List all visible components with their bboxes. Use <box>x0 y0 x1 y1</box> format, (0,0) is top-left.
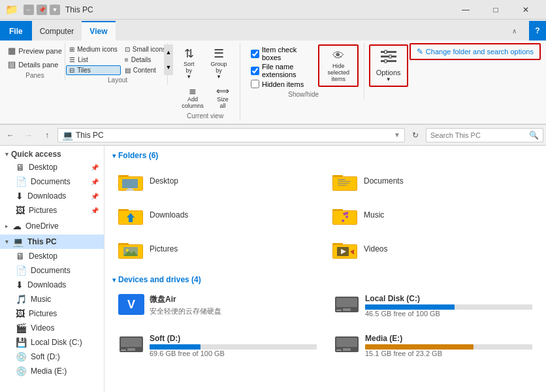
folder-item-documents[interactable]: Documents <box>327 165 538 197</box>
medium-icons-btn[interactable]: ⊞ Medium icons <box>66 44 121 54</box>
sidebar-item-thispc[interactable]: ▾ 💻 This PC <box>0 235 104 249</box>
folder-item-desktop[interactable]: Desktop <box>112 165 324 197</box>
search-box[interactable]: 🔍 <box>426 128 543 142</box>
tab-computer[interactable]: Computer <box>32 21 82 41</box>
svg-rect-10 <box>127 188 133 189</box>
tab-file[interactable]: File <box>0 21 32 41</box>
media-e-icon: 💿 <box>16 366 27 376</box>
preview-icon: ▦ <box>8 46 16 56</box>
address-bar[interactable]: 💻 This PC ▼ <box>57 128 405 142</box>
sidebar-item-localdisk-c[interactable]: 💾 Local Disk (C:) <box>10 335 104 350</box>
pin-icon[interactable]: 📌 <box>37 5 47 15</box>
sidebar-item-thispc-music[interactable]: 🎵 Music <box>10 292 104 306</box>
details-pane-button[interactable]: ▤ Details pane <box>5 58 65 71</box>
videos-folder-icon <box>332 238 359 260</box>
size-columns-button[interactable]: ⟺ Size all <box>211 84 234 111</box>
sidebar-item-pictures[interactable]: 🖼 Pictures 📌 <box>10 203 104 218</box>
quick-access-items: 🖥 Desktop 📌 📄 Documents 📌 ⬇ Downloads 📌 … <box>10 160 104 218</box>
ribbon-group-current-view: ⇅ Sort by ▼ ☰ Group by ▼ ≣ Add columns <box>170 43 240 121</box>
sidebar-item-desktop[interactable]: 🖥 Desktop 📌 <box>10 160 104 174</box>
svg-rect-11 <box>126 189 134 191</box>
tiles-icon: ⊟ <box>69 67 74 74</box>
sidebar-item-thispc-documents[interactable]: 📄 Documents <box>10 263 104 278</box>
quick-access-icon[interactable]: ← <box>24 5 34 15</box>
list-btn[interactable]: ☰ List <box>66 55 121 65</box>
sidebar-item-media-e[interactable]: 💿 Media (E:) <box>10 364 104 378</box>
quick-access-header[interactable]: ▾ Quick access <box>0 148 104 160</box>
device-item-soft-d[interactable]: Soft (D:) 69.6 GB free of 100 GB <box>112 329 323 364</box>
details-icon: ▤ <box>8 59 16 69</box>
folders-section-header[interactable]: Folders (6) <box>112 151 538 160</box>
sidebar-item-thispc-videos[interactable]: 🎬 Videos <box>10 321 104 335</box>
help-button[interactable]: ? <box>529 21 546 41</box>
hidden-items-input[interactable] <box>251 80 259 88</box>
sidebar-item-onedrive[interactable]: ▸ ☁ OneDrive <box>0 219 104 233</box>
minimize-button[interactable]: — <box>451 0 481 20</box>
columns-icon: ≣ <box>189 86 197 96</box>
address-dropdown-icon[interactable]: ▼ <box>394 131 400 139</box>
ribbon-collapse-btn[interactable]: ∧ <box>499 21 529 41</box>
sidebar-item-thispc-pictures[interactable]: 🖼 Pictures <box>10 306 104 321</box>
svg-rect-16 <box>338 181 351 182</box>
add-columns-button[interactable]: ≣ Add columns <box>176 84 210 111</box>
show-hide-label: Show/hide <box>288 91 319 98</box>
maximize-button[interactable]: □ <box>481 0 511 20</box>
sidebar-item-downloads[interactable]: ⬇ Downloads 📌 <box>10 189 104 203</box>
close-button[interactable]: ✕ <box>511 0 541 20</box>
sidebar-item-thispc-desktop[interactable]: 🖥 Desktop <box>10 249 104 263</box>
documents-folder-icon <box>332 170 359 192</box>
panes-group-label: Panes <box>25 72 44 79</box>
local-c-progress-bar <box>365 304 532 310</box>
media-e-drive-icon <box>334 334 360 355</box>
svg-rect-49 <box>336 350 342 351</box>
title-bar-quick-icons: 📁 ← 📌 ▼ <box>5 3 60 16</box>
window-title: This PC <box>65 5 451 14</box>
layout-buttons: ⊞ Medium icons ⊡ Small icons ☰ List ≡ De… <box>66 44 169 75</box>
small-icons-btn[interactable]: ⊡ Small icons <box>121 44 169 54</box>
svg-rect-9 <box>122 179 138 188</box>
refresh-button[interactable]: ↻ <box>408 127 423 143</box>
up-button[interactable]: ↑ <box>39 127 55 143</box>
onedrive-icon: ☁ <box>12 221 22 231</box>
group-by-button[interactable]: ☰ Group by ▼ <box>203 44 234 82</box>
forward-button[interactable]: → <box>21 127 37 143</box>
folder-item-pictures[interactable]: Pictures <box>112 233 324 265</box>
device-item-media-e[interactable]: Media (E:) 15.1 GB free of 23.2 GB <box>328 329 538 364</box>
down-icon[interactable]: ▼ <box>50 5 60 15</box>
file-extensions-toggle[interactable]: File name extensions <box>251 63 313 78</box>
back-button[interactable]: ← <box>3 127 18 143</box>
pictures-folder-icon <box>118 238 144 260</box>
item-checkboxes-input[interactable] <box>251 50 259 58</box>
folder-item-videos[interactable]: Videos <box>327 233 538 265</box>
folder-item-music[interactable]: Music <box>327 199 538 231</box>
device-item-local-c[interactable]: Local Disk (C:) 46.5 GB free of 100 GB <box>328 289 538 324</box>
devices-section-header[interactable]: Devices and drives (4) <box>112 275 538 284</box>
hide-selected-items-button[interactable]: 👁 Hide selecteditems <box>321 47 356 84</box>
soft-d-info: Soft (D:) 69.6 GB free of 100 GB <box>150 334 317 359</box>
media-e-progress-fill <box>365 344 474 350</box>
content-btn[interactable]: ▤ Content <box>121 65 169 75</box>
svg-rect-48 <box>343 348 351 351</box>
tab-view[interactable]: View <box>82 21 115 41</box>
svg-rect-44 <box>127 348 135 351</box>
change-folder-options-button[interactable]: ✎ Change folder and search options <box>413 46 537 57</box>
details-btn[interactable]: ≡ Details <box>121 55 169 65</box>
panes-buttons: ▦ Preview pane ▤ Details pane <box>5 44 65 71</box>
options-button[interactable]: Options ▼ <box>372 47 406 84</box>
details-view-icon: ≡ <box>125 56 129 63</box>
sort-by-button[interactable]: ⇅ Sort by ▼ <box>176 44 202 82</box>
file-extensions-input[interactable] <box>251 67 259 75</box>
folder-options-icon: ✎ <box>417 47 423 56</box>
device-item-vdisk[interactable]: V 微盘Air 安全轻便的云存储硬盘 <box>112 289 323 324</box>
search-input[interactable] <box>430 131 529 139</box>
svg-rect-3 <box>385 50 387 54</box>
hidden-items-toggle[interactable]: Hidden items <box>251 80 313 88</box>
tiles-btn[interactable]: ⊟ Tiles <box>66 65 121 75</box>
preview-pane-button[interactable]: ▦ Preview pane <box>5 44 65 57</box>
item-checkboxes-toggle[interactable]: Item check boxes <box>251 46 313 61</box>
folder-item-downloads[interactable]: Downloads <box>112 199 324 231</box>
sidebar-item-thispc-downloads[interactable]: ⬇ Downloads <box>10 278 104 292</box>
sidebar-item-soft-d[interactable]: 💿 Soft (D:) <box>10 350 104 364</box>
sidebar-item-documents[interactable]: 📄 Documents 📌 <box>10 174 104 189</box>
search-icon: 🔍 <box>529 131 539 140</box>
